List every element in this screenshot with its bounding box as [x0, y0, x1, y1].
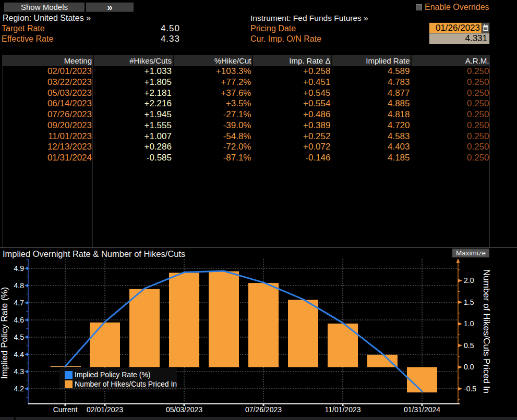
svg-text:4.5: 4.5 — [14, 333, 25, 341]
svg-text:Maximize: Maximize — [456, 249, 486, 257]
svg-text:Implied Policy Rate (%): Implied Policy Rate (%) — [0, 287, 9, 379]
svg-text:4.4: 4.4 — [14, 350, 25, 359]
svg-text:Implied Policy Rate (%): Implied Policy Rate (%) — [75, 370, 151, 379]
svg-text:4.8: 4.8 — [14, 281, 25, 290]
svg-text:Number of Hikes/Cuts Priced In: Number of Hikes/Cuts Priced In — [482, 269, 491, 393]
svg-text:Current: Current — [53, 405, 78, 414]
svg-text:1.5: 1.5 — [464, 298, 474, 306]
svg-text:4.7: 4.7 — [14, 299, 25, 307]
svg-text:07/26/2023: 07/26/2023 — [245, 405, 282, 414]
svg-text:1.0: 1.0 — [464, 319, 474, 328]
svg-text:4.9: 4.9 — [14, 264, 25, 273]
svg-text:0.0: 0.0 — [464, 363, 474, 371]
svg-text:4.2: 4.2 — [14, 385, 25, 393]
svg-text:0.5: 0.5 — [464, 341, 474, 350]
svg-text:02/01/2023: 02/01/2023 — [87, 405, 123, 414]
svg-text:Number of Hikes/Cuts Priced In: Number of Hikes/Cuts Priced In — [75, 380, 177, 388]
svg-text:4.3: 4.3 — [14, 367, 25, 376]
svg-text:01/31/2024: 01/31/2024 — [404, 405, 440, 414]
svg-text:2.0: 2.0 — [464, 276, 474, 285]
svg-text:05/03/2023: 05/03/2023 — [166, 405, 202, 414]
svg-text:11/01/2023: 11/01/2023 — [324, 405, 360, 414]
svg-text:Implied Overnight Rate & Numbe: Implied Overnight Rate & Number of Hikes… — [3, 249, 185, 258]
svg-text:4.6: 4.6 — [14, 316, 25, 324]
svg-text:-0.5: -0.5 — [464, 385, 476, 393]
